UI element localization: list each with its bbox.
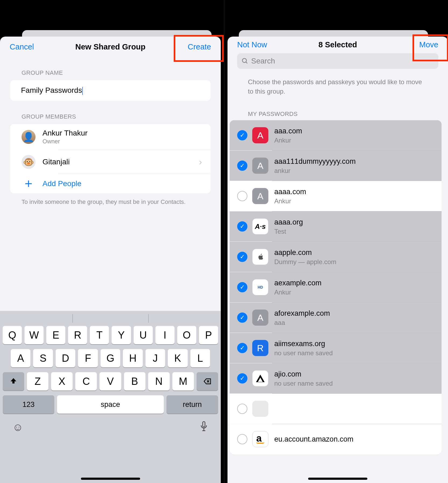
key-c[interactable]: C <box>75 372 97 390</box>
password-list-container: ✓Aaaa.comAnkur✓Aaaa111dummyyyyyy.comanku… <box>227 120 448 483</box>
numbers-key[interactable]: 123 <box>3 395 54 414</box>
password-text: aaa111dummyyyyyy.comankur <box>274 157 442 174</box>
password-row[interactable]: ✓A·saaaa.orgTest <box>230 211 442 242</box>
key-v[interactable]: V <box>99 372 121 390</box>
checkbox-unselected[interactable] <box>237 191 247 201</box>
password-row[interactable]: ✓HDaexample.comAnkur <box>230 272 442 302</box>
password-domain: aexample.com <box>274 279 436 287</box>
create-button[interactable]: Create <box>188 42 211 51</box>
key-n[interactable]: N <box>148 372 170 390</box>
page-title: New Shared Group <box>75 42 145 51</box>
checkmark-selected-icon[interactable]: ✓ <box>237 252 247 262</box>
password-row[interactable]: ✓Raiimsexams.orgno user name saved <box>230 333 442 363</box>
svg-point-7 <box>242 58 246 62</box>
checkbox-unselected[interactable] <box>237 404 247 414</box>
password-user: Test <box>274 228 436 235</box>
password-text: aiimsexams.orgno user name saved <box>274 339 442 357</box>
checkmark-selected-icon[interactable]: ✓ <box>237 161 247 171</box>
site-icon <box>252 249 268 265</box>
password-domain: eu.account.amazon.com <box>274 435 436 443</box>
cancel-button[interactable]: Cancel <box>10 42 34 51</box>
password-text: aaa.comAnkur <box>274 127 442 144</box>
key-h[interactable]: H <box>123 349 143 367</box>
password-row[interactable]: aeu.account.amazon.com <box>230 424 442 454</box>
password-text: aforexample.comaaa <box>274 309 442 326</box>
key-x[interactable]: X <box>51 372 73 390</box>
checkmark-selected-icon[interactable]: ✓ <box>237 130 247 140</box>
key-a[interactable]: A <box>11 349 30 367</box>
avatar: 👤 <box>22 130 35 144</box>
checkmark-selected-icon[interactable]: ✓ <box>237 373 247 383</box>
keyboard-accessory <box>0 311 221 326</box>
key-t[interactable]: T <box>90 326 109 344</box>
key-r[interactable]: R <box>68 326 87 344</box>
footer-note: To invite someone to the group, they mus… <box>0 193 221 206</box>
space-key[interactable]: space <box>57 395 164 414</box>
add-people-label: Add People <box>42 179 81 188</box>
key-z[interactable]: Z <box>27 372 48 390</box>
key-e[interactable]: E <box>46 326 65 344</box>
member-row-owner[interactable]: 👤 Ankur Thakur Owner <box>10 124 211 150</box>
site-icon: A·s <box>252 218 268 235</box>
key-o[interactable]: O <box>177 326 196 344</box>
password-row[interactable]: ✓ajio.comno user name saved <box>230 363 442 393</box>
my-passwords-label: MY PASSWORDS <box>227 96 448 120</box>
key-y[interactable]: Y <box>112 326 131 344</box>
home-indicator[interactable] <box>81 478 140 480</box>
site-icon: A <box>252 310 268 326</box>
key-w[interactable]: W <box>24 326 44 344</box>
plus-icon <box>22 179 35 189</box>
key-l[interactable]: L <box>190 349 210 367</box>
password-text: aaaa.comAnkur <box>274 187 442 205</box>
key-i[interactable]: I <box>155 326 175 344</box>
site-icon <box>252 370 268 386</box>
nav-header-right: Not Now 8 Selected Move <box>227 37 448 53</box>
dictation-key[interactable] <box>199 421 208 434</box>
key-p[interactable]: P <box>199 326 218 344</box>
member-row[interactable]: 🐵 Gitanjali › <box>10 150 211 174</box>
search-input[interactable]: Search <box>237 53 438 69</box>
key-m[interactable]: M <box>172 372 194 390</box>
avatar: 🐵 <box>22 155 35 169</box>
search-placeholder: Search <box>251 57 275 65</box>
checkmark-selected-icon[interactable]: ✓ <box>237 312 247 323</box>
add-people-button[interactable]: Add People <box>10 174 211 193</box>
password-row[interactable]: ✓Aaforexample.comaaa <box>230 303 442 333</box>
password-user: no user name saved <box>274 349 436 357</box>
key-f[interactable]: F <box>78 349 98 367</box>
password-row[interactable]: ✓Aaaa111dummyyyyyy.comankur <box>230 151 442 181</box>
key-j[interactable]: J <box>145 349 165 367</box>
key-u[interactable]: U <box>134 326 153 344</box>
not-now-button[interactable]: Not Now <box>237 40 267 49</box>
shift-key[interactable] <box>3 372 24 390</box>
key-q[interactable]: Q <box>3 326 22 344</box>
checkmark-selected-icon[interactable]: ✓ <box>237 282 247 292</box>
key-g[interactable]: G <box>101 349 120 367</box>
key-k[interactable]: K <box>168 349 187 367</box>
checkmark-selected-icon[interactable]: ✓ <box>237 221 247 232</box>
password-domain: aaa111dummyyyyyy.com <box>274 157 436 166</box>
site-icon: A <box>252 127 268 143</box>
backspace-key[interactable] <box>197 372 218 390</box>
group-name-input[interactable]: Family Passwords <box>10 80 211 101</box>
move-button[interactable]: Move <box>419 40 438 49</box>
choose-note: Choose the passwords and passkeys you wo… <box>227 70 448 96</box>
password-row[interactable]: ✓aapple.comDummy — apple.com <box>230 242 442 272</box>
checkmark-selected-icon[interactable]: ✓ <box>237 343 247 353</box>
home-indicator[interactable] <box>308 478 367 480</box>
password-list: ✓Aaaa.comAnkur✓Aaaa111dummyyyyyy.comanku… <box>230 120 442 454</box>
emoji-key[interactable]: ☺ <box>12 421 23 433</box>
svg-rect-4 <box>203 422 205 427</box>
password-row[interactable]: ✓Aaaa.comAnkur <box>230 120 442 150</box>
search-wrap: Search <box>227 53 448 70</box>
checkbox-unselected[interactable] <box>237 434 247 444</box>
password-user: Ankur <box>274 289 436 296</box>
sheet-left: Cancel New Shared Group Create GROUP NAM… <box>0 37 221 483</box>
password-row[interactable]: Aaaaa.comAnkur <box>230 181 442 211</box>
password-row[interactable] <box>230 394 442 424</box>
key-d[interactable]: D <box>56 349 75 367</box>
return-key[interactable]: return <box>166 395 218 414</box>
key-b[interactable]: B <box>124 372 145 390</box>
key-s[interactable]: S <box>33 349 53 367</box>
selected-count-title: 8 Selected <box>318 40 357 49</box>
